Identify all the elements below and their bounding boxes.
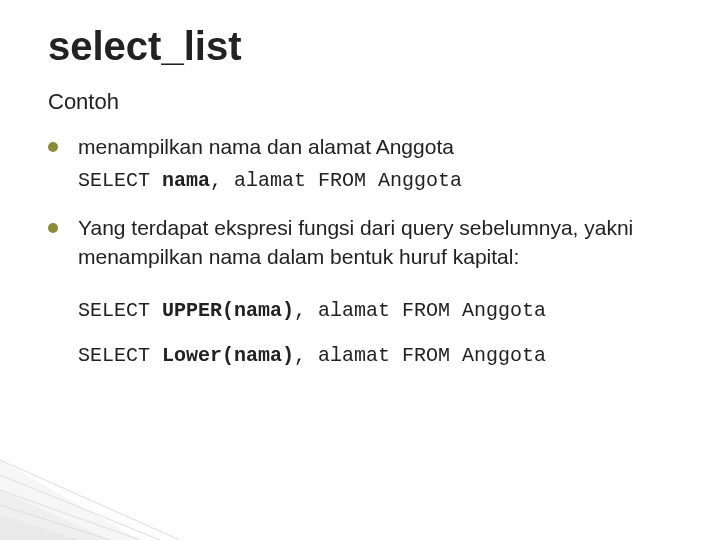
svg-line-6 xyxy=(0,505,110,540)
svg-marker-1 xyxy=(0,490,110,540)
code-prefix: SELECT xyxy=(78,344,162,367)
code-bold: nama xyxy=(162,169,210,192)
list-item: menampilkan nama dan alamat Anggota xyxy=(48,133,672,161)
page-title: select_list xyxy=(48,24,672,69)
code-prefix: SELECT xyxy=(78,299,162,322)
code-block: SELECT Lower(nama), alamat FROM Anggota xyxy=(78,344,672,367)
svg-line-4 xyxy=(0,475,160,540)
code-bold: UPPER(nama) xyxy=(162,299,294,322)
bullet-text: Yang terdapat ekspresi fungsi dari query… xyxy=(78,214,672,271)
svg-line-3 xyxy=(0,460,180,540)
bullet-text: menampilkan nama dan alamat Anggota xyxy=(78,133,454,161)
bullet-icon xyxy=(48,223,58,233)
svg-marker-0 xyxy=(0,460,140,540)
svg-line-5 xyxy=(0,490,140,540)
code-bold: Lower(nama) xyxy=(162,344,294,367)
code-block: SELECT UPPER(nama), alamat FROM Anggota xyxy=(78,299,672,322)
corner-decoration xyxy=(0,420,200,540)
subtitle: Contoh xyxy=(48,89,672,115)
slide-content: select_list Contoh menampilkan nama dan … xyxy=(0,0,720,367)
code-block: SELECT nama, alamat FROM Anggota xyxy=(78,169,672,192)
code-suffix: , alamat FROM Anggota xyxy=(294,299,546,322)
bullet-icon xyxy=(48,142,58,152)
code-suffix: , alamat FROM Anggota xyxy=(294,344,546,367)
svg-marker-2 xyxy=(0,515,80,540)
list-item: Yang terdapat ekspresi fungsi dari query… xyxy=(48,214,672,271)
